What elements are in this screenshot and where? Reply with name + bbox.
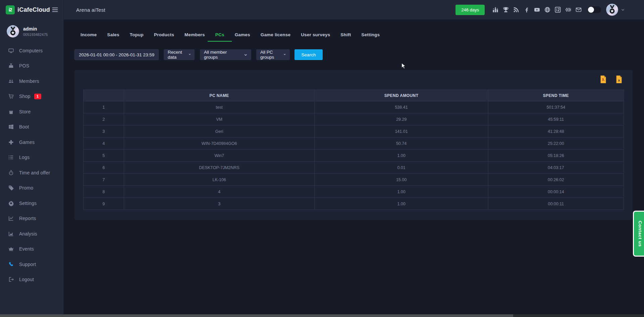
sidebar-item-logs[interactable]: Logs [0, 150, 63, 165]
table-cell: 15.00 [315, 174, 488, 186]
icafecloud-icon[interactable] [554, 6, 561, 13]
table-cell: LK-106 [124, 174, 315, 186]
website-globe-icon[interactable] [544, 6, 551, 13]
sidebar-item-promo[interactable]: Promo [0, 180, 63, 196]
sidebar-item-label: Reports [19, 216, 36, 221]
sidebar-item-computers[interactable]: Computers [0, 43, 63, 58]
table-cell: WIN-7D409II4GO6 [124, 138, 315, 150]
report-panel: X PC NAMESPEND AMOUNTSPEND TIME 1test538… [74, 70, 633, 220]
sidebar-item-label: Time and offer [19, 170, 50, 175]
table-cell: 1.00 [315, 186, 488, 198]
row-index-cell: 6 [84, 162, 124, 174]
sidebar-item-label: Shop [19, 94, 31, 99]
search-button[interactable]: Search [294, 49, 323, 60]
row-index-cell: 9 [84, 198, 124, 210]
table-cell: 0.01 [315, 162, 488, 174]
user-block[interactable]: admin 005193482475 [0, 19, 63, 38]
sidebar-item-members[interactable]: Members [0, 73, 63, 89]
sidebar-item-games[interactable]: Games [0, 135, 63, 150]
sidebar-item-label: Games [19, 140, 35, 145]
tab-pcs[interactable]: PCs [215, 32, 224, 37]
tab-game-license[interactable]: Game license [261, 32, 290, 37]
export-excel-icon[interactable]: X [615, 75, 623, 84]
table-row: 4WIN-7D409II4GO650.7425:22:00 [84, 138, 624, 150]
recent-data-select[interactable]: Recent data [164, 49, 195, 60]
trophy-icon[interactable] [502, 6, 509, 13]
layers-icon[interactable] [565, 6, 572, 13]
sidebar-item-analysis[interactable]: Analysis [0, 226, 63, 242]
chevron-down-icon[interactable] [621, 7, 625, 12]
computers-icon [8, 48, 14, 54]
top-bar: i2 iCafeCloud Arena aiTest 246 days [0, 0, 644, 19]
member-groups-select-value: All member groups [204, 50, 241, 60]
table-cell: 538.41 [315, 101, 488, 113]
tab-sales[interactable]: Sales [107, 32, 119, 37]
tab-games[interactable]: Games [235, 32, 250, 37]
topbar-right: 246 days [455, 4, 644, 16]
avatar[interactable] [606, 4, 618, 16]
sidebar-item-label: Promo [19, 185, 33, 191]
export-pdf-icon[interactable] [600, 75, 607, 84]
table-cell: 1.00 [315, 150, 488, 162]
sidebar-item-pos[interactable]: POS [0, 58, 63, 74]
pc-groups-select[interactable]: All PC groups [256, 49, 290, 60]
sidebar-item-events[interactable]: Events [0, 242, 63, 257]
tab-topup[interactable]: Topup [130, 32, 144, 37]
member-groups-select[interactable]: All member groups [200, 49, 251, 60]
recent-data-select-value: Recent data [168, 50, 185, 60]
row-index-cell: 7 [84, 174, 124, 186]
boot-icon [8, 124, 14, 130]
table-cell: 1.00 [315, 198, 488, 210]
table-cell: 3 [124, 198, 315, 210]
sidebar-item-reports[interactable]: Reports [0, 211, 63, 226]
row-index-cell: 1 [84, 101, 124, 113]
tab-settings[interactable]: Settings [361, 32, 380, 37]
svg-text:X: X [618, 78, 620, 82]
tab-shift[interactable]: Shift [340, 32, 351, 37]
date-range-input[interactable] [74, 49, 159, 60]
table-row: 3Geri141.0141:28:48 [84, 125, 624, 138]
horizontal-scrollbar-thumb[interactable] [0, 314, 513, 317]
user-avatar [7, 25, 19, 38]
sidebar-item-label: Analysis [19, 231, 37, 236]
hamburger-menu-icon[interactable] [51, 6, 59, 13]
table-cell: 501:37:54 [488, 101, 624, 113]
sidebar-item-label: Logout [19, 277, 34, 282]
subscription-days-badge[interactable]: 246 days [455, 5, 485, 15]
notification-badge: 1 [34, 94, 41, 99]
sidebar-item-settings[interactable]: Settings [0, 196, 63, 211]
sidebar-item-boot[interactable]: Boot [0, 119, 63, 135]
table-cell: 50.74 [315, 138, 488, 150]
theme-toggle[interactable] [587, 6, 601, 13]
table-cell: 00:00:14 [488, 186, 624, 198]
export-row: X [600, 75, 623, 84]
tab-products[interactable]: Products [154, 32, 174, 37]
icafecloud-logo-icon[interactable]: i2 [6, 5, 15, 14]
chevron-down-icon [188, 53, 191, 57]
table-row: 931.0000:00:11 [84, 198, 624, 210]
brand-name[interactable]: iCafeCloud [17, 6, 51, 13]
tab-user-surveys[interactable]: User surveys [301, 32, 330, 37]
youtube-icon[interactable] [534, 6, 540, 13]
tab-income[interactable]: Income [80, 32, 97, 37]
column-header-pc-name: PC NAME [124, 90, 315, 101]
sidebar-item-logout[interactable]: Logout [0, 272, 63, 287]
sidebar-item-shop[interactable]: Shop1 [0, 89, 63, 104]
sidebar-item-label: Settings [19, 201, 37, 206]
contact-us-button[interactable]: Contact us [633, 211, 644, 257]
facebook-icon[interactable] [523, 6, 530, 13]
mail-icon[interactable] [575, 6, 582, 13]
sidebar-item-support[interactable]: Support [0, 257, 63, 272]
rss-icon[interactable] [513, 6, 520, 13]
sidebar-item-label: Events [19, 246, 34, 252]
horizontal-scrollbar[interactable] [0, 314, 644, 317]
tab-members[interactable]: Members [184, 32, 205, 37]
sidebar-item-time-and-offer[interactable]: Time and offer [0, 165, 63, 180]
table-cell: DESKTOP-7JM2NRS [124, 162, 315, 174]
table-cell: 4 [124, 186, 315, 198]
row-index-cell: 5 [84, 150, 124, 162]
ranking-icon[interactable] [492, 6, 499, 13]
sidebar-item-store[interactable]: Store [0, 104, 63, 119]
table-cell: 41:28:48 [488, 125, 624, 138]
support-icon [8, 261, 14, 267]
